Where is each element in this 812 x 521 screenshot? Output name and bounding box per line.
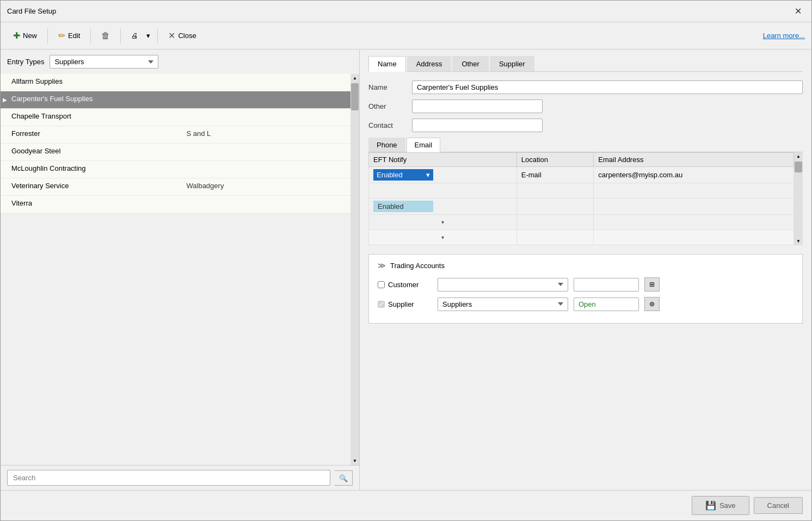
scroll-down-arrow-icon[interactable]: ▼ [353,457,357,465]
list-item-arrow [1,161,9,178]
list-item-name: Veterinary Service [9,178,184,195]
search-input[interactable] [7,470,330,486]
customer-checkbox-label: Customer [378,281,432,289]
close-label: Close [178,32,196,40]
save-button[interactable]: 💾 Save [692,496,749,515]
name-input[interactable] [412,80,803,94]
list-item-extra [184,144,360,160]
scroll-up-arrow-icon[interactable]: ▲ [353,74,357,82]
customer-account-select[interactable] [438,278,568,291]
print-button-group: 🖨 ▾ [125,28,153,44]
email-scroll-thumb [795,162,802,172]
title-bar: Card File Setup ✕ [1,1,811,22]
location-cell [516,183,594,199]
contact-input[interactable] [412,119,543,132]
eft-enabled-light[interactable]: Enabled [373,201,433,212]
eft-cell: Enabled ▾ [369,167,517,183]
table-add-row-cell[interactable]: ▾ [369,230,517,245]
email-table: EFT Notify Location Email Address Enable… [368,152,794,245]
list-item-arrow [1,178,9,195]
save-label: Save [719,501,736,510]
supplier-checkbox [378,301,385,308]
sub-tab-email[interactable]: Email [407,138,441,152]
entry-types-bar: Entry Types Suppliers Customers Employee… [1,49,359,74]
suppliers-list: Allfarm Supplies ▶ Carpenter's Fuel Supp… [1,74,359,213]
table-row: ▾ [369,230,794,245]
learn-more-button[interactable]: Learn more... [763,32,805,40]
entry-types-select[interactable]: Suppliers Customers Employees Personal [50,55,158,69]
trading-accounts-title: Trading Accounts [390,262,445,270]
list-item-name: Allfarm Supplies [9,74,184,91]
list-item-extra [184,91,360,108]
toolbar: ✚ New ✏ Edit 🗑 🖨 ▾ ✕ Close Learn more... [1,22,811,49]
print-dropdown-arrow-icon: ▾ [146,32,150,40]
table-add-row-cell-2 [516,230,594,245]
list-item-extra [184,196,360,213]
email-address-cell [594,183,794,199]
eft-dropdown-arrow-icon: ▾ [426,171,430,179]
new-button[interactable]: ✚ New [7,27,43,45]
separator-2 [90,28,91,44]
collapse-icon[interactable]: ≫ [378,261,386,270]
separator-3 [120,28,121,44]
search-bar: 🔍 [1,465,359,490]
list-item-extra [184,161,360,178]
location-cell: E-mail [516,167,594,183]
search-button[interactable]: 🔍 [335,470,353,486]
customer-account-icon-button[interactable]: ⊞ [644,277,660,291]
other-row: Other [368,100,803,113]
other-input[interactable] [412,100,543,113]
supplier-account-input[interactable] [574,297,639,311]
cancel-label: Cancel [767,501,789,510]
eft-enabled-dropdown[interactable]: Enabled ▾ [373,169,433,181]
customer-label: Customer [388,281,419,289]
scroll-thumb [351,83,359,110]
tab-name[interactable]: Name [368,56,406,72]
list-item-extra [184,74,360,91]
separator-4 [157,28,158,44]
supplier-account-icon-button[interactable]: ⊛ [644,297,660,311]
contact-field-label: Contact [368,121,412,129]
table-row: ▾ [369,215,794,230]
edit-button[interactable]: ✏ Edit [52,27,86,45]
list-item[interactable]: Allfarm Supplies [1,74,359,91]
customer-row: Customer ⊞ [378,277,793,291]
close-toolbar-icon: ✕ [168,30,175,41]
email-address-cell [594,215,794,230]
list-item[interactable]: Forrester S and L [1,126,359,144]
list-item-name: Forrester [9,126,184,143]
tab-supplier[interactable]: Supplier [490,56,534,71]
email-scroll-up-icon[interactable]: ▲ [796,152,801,160]
supplier-account-icon: ⊛ [649,300,655,308]
table-row [369,183,794,199]
col-header-location: Location [516,153,594,167]
list-item-name: Viterra [9,196,184,213]
close-button[interactable]: ✕ Close [162,27,202,45]
contact-row: Contact [368,119,803,132]
list-item-arrow [1,74,9,91]
customer-checkbox[interactable] [378,281,385,288]
supplier-account-select[interactable]: Suppliers [438,297,568,311]
tab-other[interactable]: Other [452,56,489,71]
right-panel: Name Address Other Supplier Name Other C… [360,49,811,490]
list-item[interactable]: Viterra [1,196,359,213]
window-close-button[interactable]: ✕ [791,5,805,17]
list-item[interactable]: McLoughlin Contracting [1,161,359,178]
cancel-button[interactable]: Cancel [754,497,803,514]
left-panel: Entry Types Suppliers Customers Employee… [1,49,360,490]
tab-address[interactable]: Address [407,56,452,71]
edit-label: Edit [68,32,80,40]
trading-accounts-section: ≫ Trading Accounts Customer ⊞ [368,254,803,324]
list-item[interactable]: Chapelle Transport [1,109,359,126]
new-icon: ✚ [13,30,20,41]
email-scroll-down-icon[interactable]: ▼ [796,237,801,245]
sub-tab-phone[interactable]: Phone [368,138,405,152]
list-item[interactable]: ▶ Carpenter's Fuel Supplies [1,91,359,109]
print-button[interactable]: 🖨 [125,28,144,44]
list-item[interactable]: Goodyear Steel [1,144,359,161]
list-item-extra: S and L [184,126,360,143]
print-dropdown-button[interactable]: ▾ [144,28,153,44]
customer-account-input[interactable] [574,278,639,291]
list-item[interactable]: Veterinary Service Walbadgery [1,178,359,196]
delete-button[interactable]: 🗑 [95,27,116,45]
